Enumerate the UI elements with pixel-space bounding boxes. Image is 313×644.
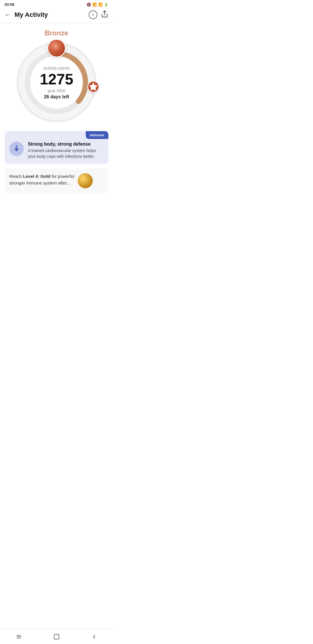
next-level-text: Reach Level 4: Gold for powerful stronge…: [9, 173, 74, 186]
svg-point-6: [16, 146, 17, 147]
battery-icon: 🔋: [104, 3, 108, 7]
signal-icon: 📶: [98, 3, 103, 7]
goal-label: goal 3900: [40, 88, 73, 93]
next-level-pre: Reach: [9, 174, 23, 179]
activity-points-value: 1275: [40, 72, 73, 87]
activity-icon: [9, 142, 24, 156]
next-level-card: Reach Level 4: Gold for powerful stronge…: [5, 169, 108, 193]
info-card-body-text: A trained cardiovascular system helps yo…: [28, 148, 104, 159]
activity-points-label: Activity points: [40, 66, 73, 70]
ring-center: Activity points 1275 goal 3900 26 days l…: [40, 66, 73, 100]
days-left-label: 26 days left: [40, 94, 73, 100]
mute-icon: 🔇: [87, 3, 91, 7]
svg-marker-5: [89, 82, 98, 91]
status-icons: 🔇 📶 📶 🔋: [87, 3, 108, 7]
bronze-gem-badge: [47, 39, 66, 57]
ring-container: Activity points 1275 goal 3900 26 days l…: [5, 42, 108, 123]
next-level-highlight: Level 4: Gold: [23, 174, 50, 179]
info-button[interactable]: i: [89, 10, 97, 19]
page-title: My Activity: [14, 11, 48, 19]
ring-chart: Activity points 1275 goal 3900 26 days l…: [16, 42, 97, 123]
nav-bar: ← My Activity i: [0, 8, 113, 23]
star-badge: [87, 81, 99, 93]
next-level-continued: stronger immune system after...: [9, 180, 70, 185]
status-bar: 03:58 🔇 📶 📶 🔋: [0, 0, 113, 8]
gold-badge: [78, 173, 93, 188]
immune-info-card: immune Strong body, strong defense A tra…: [5, 131, 108, 164]
share-button[interactable]: [101, 10, 108, 19]
main-content: Bronze Activity points 1: [0, 23, 113, 193]
info-card-text: Strong body, strong defense A trained ca…: [28, 142, 104, 159]
wifi-icon: 📶: [92, 3, 97, 7]
info-card-title: Strong body, strong defense: [28, 142, 104, 147]
immune-tag: immune: [86, 131, 108, 139]
back-button[interactable]: ←: [5, 11, 11, 19]
status-time: 03:58: [5, 2, 14, 7]
level-label: Bronze: [5, 29, 108, 37]
nav-left: ← My Activity: [5, 11, 48, 19]
next-level-post: for powerful: [50, 174, 74, 179]
nav-right: i: [89, 10, 108, 19]
person-icon: [12, 145, 21, 153]
